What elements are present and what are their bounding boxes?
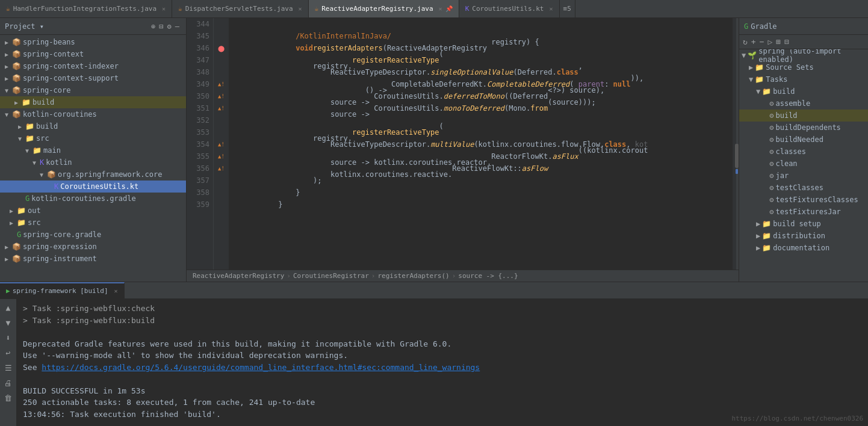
collapse-arrow: ▼ — [5, 111, 12, 118]
clear-icon[interactable]: 🗑 — [2, 392, 14, 404]
refresh-icon[interactable]: ↻ — [742, 36, 749, 48]
add-icon[interactable]: + — [750, 36, 757, 48]
gradle-item-label: buildDependents — [775, 123, 840, 132]
item-label: spring-context-indexer — [23, 62, 119, 70]
item-label: org.springframework.core — [58, 170, 162, 179]
gutter-line — [214, 54, 229, 66]
close-icon[interactable]: ✕ — [439, 5, 442, 12]
breadcrumb-part[interactable]: registerAdapters() — [377, 272, 449, 280]
tree-item-src2[interactable]: ▶ 📁 src — [0, 217, 186, 229]
close-icon[interactable]: ✕ — [162, 5, 166, 12]
filter-icon[interactable]: ☰ — [3, 362, 14, 374]
line-number: 344 — [190, 18, 209, 30]
gradle-item-label: build setup — [773, 220, 820, 228]
gradle-item-build-needed[interactable]: ▶ ⚙ buildNeeded — [739, 134, 868, 146]
tree-item-spring-context[interactable]: ▶ 📦 spring-context — [0, 48, 186, 60]
tree-item-spring-beans[interactable]: ▶ 📦 spring-beans — [0, 36, 186, 48]
code-line-345: /KotlinInternalInJava/ — [235, 30, 733, 42]
tree-item-kotlin[interactable]: ▼ K kotlin — [0, 156, 186, 168]
gutter-breakpoint[interactable]: ⬤ — [214, 42, 229, 54]
collapse-arrow: ▶ — [5, 51, 12, 58]
tree-item-spring-instrument[interactable]: ▶ 📦 spring-instrument — [0, 253, 186, 265]
tree-item-spring-core-gradle[interactable]: ▶ G spring-core.gradle — [0, 229, 186, 241]
expand-arrow: ▼ — [749, 75, 753, 84]
tree-item-build[interactable]: ▶ 📁 build — [0, 96, 186, 108]
breadcrumb-part[interactable]: source -> {...} — [458, 272, 518, 280]
collapse-arrow: ▼ — [33, 159, 40, 166]
gradle-item-build-group[interactable]: ▼ 📁 build — [739, 85, 868, 97]
scroll-up-icon[interactable]: ▲ — [4, 301, 13, 314]
spring-icon: 🌱 — [748, 51, 757, 60]
tab-reactive[interactable]: ☕ ReactiveAdapterRegistry.java ✕ 📌 — [309, 0, 459, 17]
tree-item-spring-expression[interactable]: ▶ 📦 spring-expression — [0, 241, 186, 253]
sidebar-title: Project ▾ — [5, 22, 149, 31]
scroll-bar[interactable] — [733, 18, 739, 270]
tab-coroutines[interactable]: K CoroutinesUtils.kt ✕ — [459, 0, 560, 17]
scroll-down2-icon[interactable]: ⬇ — [4, 332, 13, 344]
tab-handler[interactable]: ☕ HandlerFunctionIntegrationTests.java ✕ — [0, 0, 172, 17]
item-label: spring-expression — [23, 242, 97, 251]
gutter-error: ▲! — [214, 150, 229, 162]
tree-item-kc-build[interactable]: ▶ 📁 build — [0, 120, 186, 132]
code-lines[interactable]: /KotlinInternalInJava/ void registerAdap… — [229, 18, 733, 270]
scroll-down-icon[interactable]: ▼ — [4, 316, 13, 329]
gradle-item-classes[interactable]: ▶ ⚙ classes — [739, 146, 868, 158]
gradle-item-build-dependents[interactable]: ▶ ⚙ buildDependents — [739, 122, 868, 134]
print-icon[interactable]: 🖨 — [2, 377, 14, 389]
tree-item-main[interactable]: ▼ 📁 main — [0, 144, 186, 156]
gradle-item-tasks[interactable]: ▼ 📁 Tasks — [739, 73, 868, 85]
expand-icon[interactable]: ⊞ — [775, 36, 782, 48]
run-icon[interactable]: ▷ — [766, 36, 773, 48]
gradle-item-label: testClasses — [775, 184, 823, 192]
soft-wrap-icon[interactable]: ↩ — [4, 347, 13, 359]
tree-item-gradle[interactable]: ▶ G kotlin-coroutines.gradle — [0, 193, 186, 205]
close-tab-icon[interactable]: ✕ — [114, 288, 118, 294]
new-file-icon[interactable]: ⊕ — [151, 22, 155, 31]
gradle-item-jar[interactable]: ▶ ⚙ jar — [739, 170, 868, 182]
line-number: 358 — [190, 187, 209, 199]
remove-icon[interactable]: − — [758, 36, 766, 48]
tab-label: CoroutinesUtils.kt — [472, 5, 544, 13]
tree-item-spring-context-support[interactable]: ▶ 📦 spring-context-support — [0, 72, 186, 84]
collapse-icon[interactable]: ⊟ — [159, 22, 163, 31]
docs-link[interactable]: https://docs.gradle.org/5.6.4/userguide/… — [42, 363, 480, 372]
gradle-item-test-fixtures-jar[interactable]: ▶ ⚙ testFixturesJar — [739, 206, 868, 218]
gradle-item-test-fixtures-classes[interactable]: ▶ ⚙ testFixturesClasses — [739, 194, 868, 206]
item-label: spring-core.gradle — [23, 230, 101, 239]
tree-item-coroutinesutils[interactable]: ▶ K CoroutinesUtils.kt — [0, 181, 186, 193]
tree-item-src[interactable]: ▼ 📁 src — [0, 132, 186, 144]
tree-item-spring-context-indexer[interactable]: ▶ 📦 spring-context-indexer — [0, 60, 186, 72]
gradle-item-documentation[interactable]: ▶ 📁 documentation — [739, 242, 868, 254]
gradle-item-spring[interactable]: ▼ 🌱 spring (auto-import enabled) — [739, 49, 868, 61]
tab-dispatcher[interactable]: ☕ DispatcherServletTests.java ✕ — [172, 0, 308, 17]
gradle-item-clean[interactable]: ▶ ⚙ clean — [739, 158, 868, 170]
gradle-item-distribution[interactable]: ▶ 📁 distribution — [739, 230, 868, 242]
close-icon[interactable]: ✕ — [299, 5, 302, 12]
gutter-line — [214, 174, 229, 187]
gradle-item-build-task[interactable]: ▶ ⚙ build — [739, 110, 868, 122]
close-icon[interactable]: ✕ — [549, 5, 553, 12]
tree-item-out[interactable]: ▶ 📁 out — [0, 205, 186, 217]
tree-item-package[interactable]: ▼ 📦 org.springframework.core — [0, 168, 186, 181]
breadcrumb-part[interactable]: CoroutinesRegistrar — [293, 272, 369, 280]
tree-item-spring-core[interactable]: ▼ 📦 spring-core — [0, 84, 186, 96]
breadcrumb-part[interactable]: ReactiveAdapterRegistry — [193, 272, 284, 280]
tab-more[interactable]: ≡5 — [560, 0, 575, 17]
scroll-thumb[interactable] — [735, 144, 739, 168]
settings-icon[interactable]: ⚙ — [167, 22, 172, 31]
bottom-tab-build[interactable]: ▶ spring-framework [build] ✕ — [0, 282, 125, 298]
console-line-tasks: 250 actionable tasks: 8 executed, 1 from… — [23, 397, 862, 409]
item-label: kotlin-coroutines — [23, 110, 97, 119]
gradle-item-build-setup[interactable]: ▶ 📁 build setup — [739, 218, 868, 230]
line-number: 349 — [190, 78, 209, 90]
minimize-icon[interactable]: — — [175, 22, 179, 31]
gradle-item-assemble[interactable]: ▶ ⚙ assemble — [739, 97, 868, 110]
gradle-item-test-classes[interactable]: ▶ ⚙ testClasses — [739, 182, 868, 194]
console-line-success: BUILD SUCCESSFUL in 1m 53s — [23, 385, 862, 397]
module-icon: 📦 — [12, 74, 21, 82]
tree-item-kotlin-coroutines[interactable]: ▼ 📦 kotlin-coroutines — [0, 108, 186, 120]
collapse-all-icon[interactable]: ⊟ — [783, 36, 790, 48]
gutter-error: ▲! — [214, 78, 229, 90]
item-label: src — [28, 218, 41, 227]
collapse-arrow: ▶ — [5, 244, 12, 250]
